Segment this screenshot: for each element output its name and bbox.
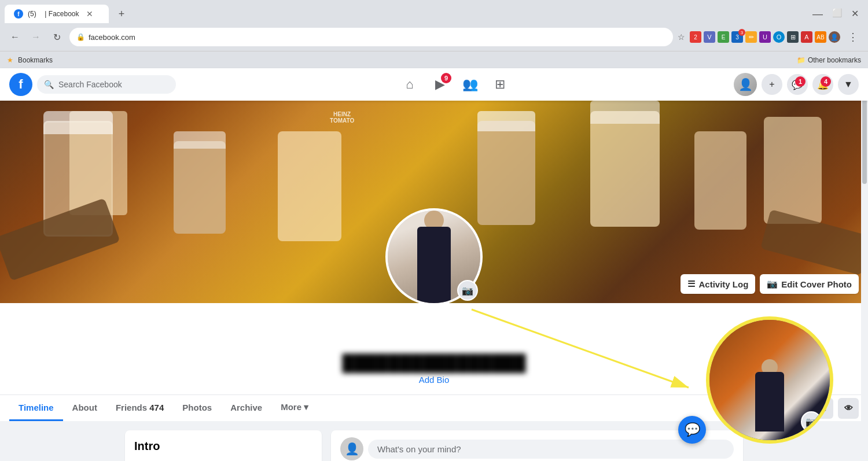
- groups-button[interactable]: 👥: [456, 71, 484, 98]
- minimize-button[interactable]: —: [812, 8, 823, 20]
- facebook-logo[interactable]: f: [9, 73, 32, 96]
- address-text: facebook.com: [89, 33, 666, 42]
- home-icon: ⌂: [406, 77, 413, 92]
- ext-icon-9[interactable]: A: [801, 31, 812, 43]
- ext-icon-4[interactable]: 3 3: [731, 31, 743, 43]
- profile-avatar-nav[interactable]: 👤: [734, 73, 757, 96]
- tab-friends[interactable]: Friends 474: [106, 396, 173, 421]
- ext-icon-2[interactable]: V: [704, 31, 715, 43]
- tab-timeline[interactable]: Timeline: [9, 396, 63, 421]
- zoom-circle-inner: 📷: [709, 320, 830, 440]
- profile-picture-container: 📷: [385, 208, 483, 303]
- zoom-annotation-circle: 📷: [706, 316, 833, 444]
- search-input[interactable]: Search Facebook: [58, 80, 169, 89]
- post-input[interactable]: What's on your mind?: [368, 440, 734, 459]
- ext-icon-7[interactable]: O: [773, 31, 785, 43]
- facebook-navbar: f 🔍 Search Facebook ⌂ ▶ 9 👥 ⊞ 👤 + 💬 1 🔔 …: [0, 68, 868, 101]
- add-bio-link[interactable]: Add Bio: [419, 375, 450, 385]
- menu-button[interactable]: ▼: [838, 74, 859, 95]
- video-badge: 9: [441, 73, 451, 83]
- view-as-button[interactable]: 👁: [838, 398, 859, 419]
- new-tab-button[interactable]: +: [113, 6, 130, 22]
- ext-icon-6[interactable]: U: [759, 31, 771, 43]
- active-tab[interactable]: f (5) | Facebook ✕: [5, 5, 109, 23]
- activity-log-button[interactable]: ☰ Activity Log: [681, 274, 755, 294]
- tab-photos[interactable]: Photos: [173, 396, 221, 421]
- tab-title: (5): [28, 10, 40, 18]
- content-area: Intro 💼 Freelance Writer/Editor ✒ Edit D…: [116, 421, 752, 461]
- address-bar[interactable]: 🔒 facebook.com: [69, 28, 673, 46]
- address-bar-row: ← → ↻ 🔒 facebook.com ☆ 2 V E 3 3 ✏ U O ⊞…: [0, 23, 868, 51]
- nav-right: 👤 + 💬 1 🔔 4 ▼: [734, 73, 859, 96]
- tab-fb-title: | Facebook: [45, 10, 79, 18]
- tab-about[interactable]: About: [63, 396, 106, 421]
- scrollbar[interactable]: [861, 68, 868, 461]
- edit-cover-photo-button[interactable]: 📷 Edit Cover Photo: [760, 274, 859, 294]
- ext-icon-11[interactable]: 👤: [829, 31, 840, 43]
- lock-icon: 🔒: [76, 33, 85, 41]
- tab-favicon: f: [14, 9, 23, 19]
- tab-bar: f (5) | Facebook ✕ + — ⬜ ✕: [0, 0, 868, 23]
- post-avatar: 👤: [340, 437, 363, 460]
- close-window-button[interactable]: ✕: [851, 8, 859, 20]
- more-options-button[interactable]: ⋮: [845, 29, 861, 45]
- ext-icon-3[interactable]: E: [718, 31, 729, 43]
- tab-more[interactable]: More ▾: [271, 395, 318, 421]
- reload-button[interactable]: ↻: [49, 29, 65, 45]
- ext-icon-10[interactable]: AB: [815, 31, 826, 43]
- video-button[interactable]: ▶ 9: [426, 71, 454, 98]
- camera-icon: 📷: [767, 279, 778, 289]
- browser-chrome: f (5) | Facebook ✕ + — ⬜ ✕ ← → ↻ 🔒 faceb…: [0, 0, 868, 68]
- ext-icon-1[interactable]: 2: [690, 31, 701, 43]
- notifications-badge: 4: [821, 76, 831, 87]
- tab-close-button[interactable]: ✕: [86, 9, 93, 19]
- home-button[interactable]: ⌂: [396, 71, 424, 98]
- post-box-top: 👤 What's on your mind?: [340, 437, 734, 460]
- tab-archive[interactable]: Archive: [221, 396, 271, 421]
- cover-photo: HEINZTOMATO ☰ Activity Log 📷 Edit Cover …: [0, 101, 868, 303]
- maximize-button[interactable]: ⬜: [832, 8, 842, 20]
- zoom-camera-icon: 📷: [801, 411, 822, 432]
- messenger-badge: 1: [795, 76, 806, 87]
- cover-actions: ☰ Activity Log 📷 Edit Cover Photo: [681, 274, 859, 294]
- gaming-icon: ⊞: [495, 77, 505, 92]
- bookmarks-bar: ★ Bookmarks 📁 Other bookmarks: [0, 51, 868, 68]
- ext-icon-8[interactable]: ⊞: [787, 31, 799, 43]
- messenger-button[interactable]: 💬 1: [787, 74, 808, 95]
- notifications-button[interactable]: 🔔 4: [812, 74, 833, 95]
- add-button[interactable]: +: [762, 74, 782, 95]
- intro-title: Intro: [134, 440, 312, 453]
- forward-button[interactable]: →: [28, 29, 44, 45]
- nav-center: ⌂ ▶ 9 👥 ⊞: [176, 71, 734, 98]
- back-button[interactable]: ←: [7, 29, 23, 45]
- bookmarks-star-icon: ★: [7, 56, 13, 64]
- gaming-button[interactable]: ⊞: [486, 71, 514, 98]
- chat-button[interactable]: 💬: [678, 416, 706, 444]
- profile-camera-button[interactable]: 📷: [457, 280, 478, 301]
- extension-icons: 2 V E 3 3 ✏ U O ⊞ A AB 👤: [690, 31, 840, 43]
- left-column: Intro 💼 Freelance Writer/Editor ✒ Edit D…: [125, 430, 322, 461]
- ext-icon-5[interactable]: ✏: [745, 31, 757, 43]
- groups-icon: 👥: [462, 77, 478, 92]
- bookmarks-label: Bookmarks: [18, 56, 53, 64]
- intro-card: Intro 💼 Freelance Writer/Editor ✒ Edit D…: [125, 430, 322, 461]
- profile-name: ████████████████: [342, 354, 525, 373]
- search-icon: 🔍: [44, 80, 54, 89]
- other-bookmarks[interactable]: 📁 Other bookmarks: [797, 56, 861, 64]
- activity-log-icon: ☰: [687, 279, 695, 289]
- bookmark-star-icon[interactable]: ☆: [678, 32, 685, 42]
- search-box[interactable]: 🔍 Search Facebook: [37, 75, 176, 94]
